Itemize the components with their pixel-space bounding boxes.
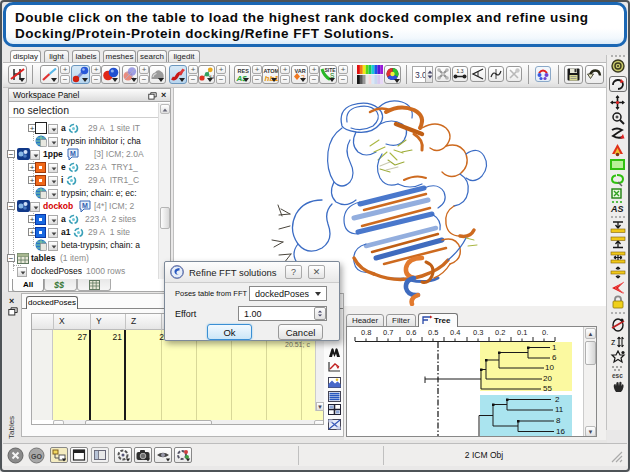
- svg-text:$$: $$: [54, 280, 65, 289]
- svg-text:VAR: VAR: [295, 68, 306, 74]
- svg-text:AS: AS: [610, 204, 624, 213]
- svg-text:1.3: 1.3: [457, 68, 464, 74]
- svg-text:z: z: [611, 337, 616, 347]
- svg-text:GO: GO: [31, 453, 42, 460]
- svg-text:esc: esc: [612, 372, 623, 379]
